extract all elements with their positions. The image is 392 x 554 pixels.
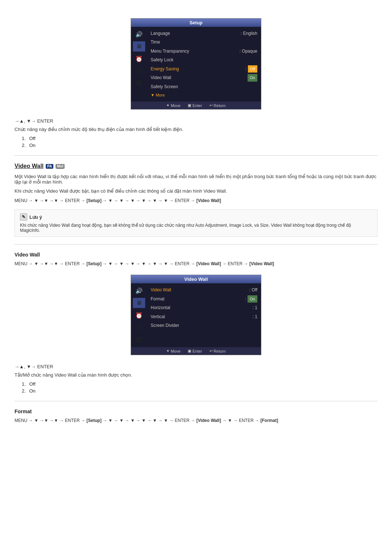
vw-option-num-2: 2.: [22, 388, 26, 394]
option-text-off-1: Off: [29, 136, 35, 141]
menu-row-transparency: Menu Transparency : Opaque: [151, 47, 257, 56]
setup-menu-bottom-bar: ✦ Move ▣ Enter ↩ Return: [131, 102, 261, 109]
menu-bottom-move: ✦ Move: [166, 103, 180, 108]
video-wall-subsection-command: MENU → ▼ →▼ →▼ → ENTER → [Setup] → ▼ → ▼…: [15, 260, 377, 267]
vw-option-2: 2. On: [22, 388, 377, 394]
vw-bottom-return: ↩ Return: [209, 349, 226, 353]
vw-bottom-move: ✦ Move: [166, 349, 180, 353]
menu-label-safety-lock: Safety Lock: [151, 56, 257, 63]
vw-options-list: 1. Off 2. On: [22, 381, 377, 394]
video-wall-desc-2: Khi chức năng Video Wall được bật, bạn c…: [15, 188, 377, 194]
move-label: Move: [171, 103, 180, 108]
divider-2: [15, 244, 377, 245]
vw-menu-bottom-bar: ✦ Move ▣ Enter ↩ Return: [131, 347, 261, 355]
vw-enter-label: Enter: [192, 349, 202, 353]
vw-value-vertical: : 1: [253, 313, 257, 320]
vw-row-screen-divider: Screen Divider: [151, 321, 257, 330]
move-icon: ✦: [166, 103, 170, 108]
vw-value-horizontal: : 1: [253, 304, 257, 311]
menu-row-safety-lock: Safety Lock: [151, 56, 257, 64]
video-wall-menu-icons: 🔊 🖥 ⏰ ⚙ 🖼: [131, 283, 147, 347]
vw-return-icon: ↩: [209, 349, 213, 353]
enter-label: Enter: [192, 103, 202, 108]
vw-value-format: On: [248, 295, 257, 303]
vw-row-horizontal: Horizontal : 1: [151, 303, 257, 312]
note-title: ✎ Lưu ý: [20, 213, 372, 221]
note-box: ✎ Lưu ý Khi chức năng Video Wall đang ho…: [15, 209, 377, 237]
return-icon: ↩: [209, 103, 213, 108]
option-item-1: 1. Off: [22, 136, 377, 141]
video-wall-desc-1: Một Video Wall là tập hợp các màn hình h…: [15, 174, 377, 185]
description-1: Chức năng này điều chỉnh mức độ tiêu thụ…: [15, 127, 377, 132]
menu-value-energy: Off: [248, 65, 257, 73]
note-title-text: Lưu ý: [29, 214, 42, 220]
badge-pa: PA: [46, 164, 53, 169]
vw-icon-3: ⏰: [133, 310, 145, 320]
setup-menu-screenshot: Setup 🔊 🖥 ⏰ ⚙ 🖼 Language : English Time …: [15, 18, 377, 110]
divider-3: [15, 401, 377, 401]
vw-label-horizontal: Horizontal: [151, 304, 253, 311]
format-section-heading: Format: [15, 409, 377, 414]
vw-move-label: Move: [171, 349, 180, 353]
vw-enter-icon: ▣: [188, 349, 191, 353]
vw-option-on: On: [29, 388, 35, 394]
menu-label-time: Time: [151, 38, 257, 46]
menu-label-safety-screen: Safety Screen: [151, 83, 257, 90]
nav-arrows-1: →▲, ▼→ ENTER: [15, 118, 377, 124]
menu-row-language: Language : English: [151, 29, 257, 38]
setup-menu-icons: 🔊 🖥 ⏰ ⚙ 🖼: [131, 27, 147, 102]
vw-option-num-1: 1.: [22, 381, 26, 387]
menu-bottom-enter: ▣ Enter: [188, 103, 202, 108]
video-wall-menu-command: MENU → ▼ →▼ →▼ → ENTER → [Setup] → ▼ → ▼…: [15, 197, 377, 204]
option-num-1: 1.: [22, 136, 26, 141]
menu-row-safety-screen: Safety Screen: [151, 82, 257, 91]
option-item-2: 2. On: [22, 143, 377, 148]
vw-move-icon: ✦: [166, 349, 170, 353]
vw-label-screen-divider: Screen Divider: [151, 322, 257, 329]
vw-icon-5: 🖼: [133, 335, 145, 345]
vw-row-videowall: Video Wall : Off: [151, 286, 257, 294]
vw-label-vertical: Vertical: [151, 313, 253, 320]
menu-row-more: ▼ More: [151, 91, 257, 99]
setup-menu-content: 🔊 🖥 ⏰ ⚙ 🖼 Language : English Time Menu T…: [131, 27, 261, 102]
menu-label-transparency: Menu Transparency: [151, 48, 240, 55]
video-wall-subsection-heading: Video Wall: [15, 252, 377, 258]
video-wall-heading: Video Wall PA Mul: [15, 163, 377, 169]
vw-icon-2: 🖥: [133, 298, 145, 308]
video-wall-title: Video Wall: [15, 163, 44, 169]
menu-label-video-wall: Video Wall: [151, 74, 246, 81]
menu-value-language: : English: [241, 30, 257, 37]
enter-icon: ▣: [188, 103, 191, 108]
setup-menu-items: Language : English Time Menu Transparenc…: [147, 27, 261, 102]
icon-3: ⏰: [133, 54, 145, 64]
video-wall-menu-box: Video Wall 🔊 🖥 ⏰ ⚙ 🖼 Video Wall : Off Fo…: [131, 275, 261, 355]
setup-menu-box: Setup 🔊 🖥 ⏰ ⚙ 🖼 Language : English Time …: [131, 18, 261, 110]
option-num-2: 2.: [22, 143, 26, 148]
return-label: Return: [214, 103, 226, 108]
icon-1: 🔊: [133, 29, 145, 39]
vw-description: Tắt/Mở chức năng Video Wall của màn hình…: [15, 372, 377, 378]
menu-bottom-return: ↩ Return: [209, 103, 226, 108]
nav-arrows-2: →▲, ▼→ ENTER: [15, 364, 377, 369]
menu-label-language: Language: [151, 30, 241, 37]
vw-icon-1: 🔊: [133, 286, 145, 296]
vw-value-videowall: : Off: [249, 286, 257, 294]
video-wall-menu-title: Video Wall: [131, 275, 261, 283]
vw-icon-4: ⚙: [133, 323, 145, 333]
menu-row-video-wall: Video Wall On: [151, 73, 257, 82]
vw-row-vertical: Vertical : 1: [151, 312, 257, 321]
video-wall-menu-screenshot: Video Wall 🔊 🖥 ⏰ ⚙ 🖼 Video Wall : Off Fo…: [15, 275, 377, 355]
setup-menu-title: Setup: [131, 19, 261, 27]
menu-value-transparency: : Opaque: [240, 48, 257, 55]
video-wall-menu-items: Video Wall : Off Format : On Horizontal …: [147, 283, 261, 347]
vw-row-format: Format : On: [151, 295, 257, 304]
icon-5: 🖼: [133, 78, 145, 89]
menu-value-video-wall: On: [248, 74, 257, 82]
menu-label-energy: Energy Saving: [151, 65, 243, 73]
options-list-1: 1. Off 2. On: [22, 136, 377, 148]
option-text-on-1: On: [29, 143, 35, 148]
divider-1: [15, 155, 377, 156]
note-text: Khi chức năng Video Wall đang hoạt động,…: [20, 223, 372, 233]
format-menu-command: MENU → ▼ →▼ →▼ → ENTER → [Setup] → ▼ → ▼…: [15, 417, 377, 424]
menu-label-more: ▼ More: [151, 92, 257, 99]
